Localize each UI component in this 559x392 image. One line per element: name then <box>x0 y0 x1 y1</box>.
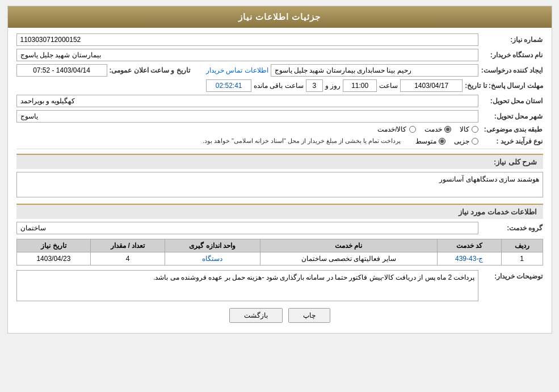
pt-medium-label: متوسط <box>415 137 436 145</box>
cat-goods-item: کالا <box>460 125 478 133</box>
service-group-row: گروه خدمت: ساختمان <box>16 222 543 234</box>
buyer-notes-label: توضیحات خریدار: <box>481 272 543 280</box>
category-label: طبقه بندی موضوعی: <box>481 125 543 133</box>
cell-service-name: سایر فعالیتهای تخصصی ساختمان <box>260 252 437 265</box>
back-button[interactable]: بازگشت <box>229 308 283 323</box>
delivery-province-value: کهگیلویه و بویراحمد <box>16 95 478 107</box>
buyer-org-row: نام دستگاه خریدار: بیمارستان شهید جلیل ی… <box>16 49 543 61</box>
creator-contact-link[interactable]: اطلاعات تماس خریدار <box>206 66 268 74</box>
table-row: 1 ج-43-439 سایر فعالیتهای تخصصی ساختمان … <box>16 252 543 265</box>
delivery-province-row: استان محل تحویل: کهگیلویه و بویراحمد <box>16 95 543 107</box>
cat-goods-label: کالا <box>460 125 469 133</box>
col-deadline: تاریخ نیاز <box>16 239 91 252</box>
buyer-org-value: بیمارستان شهید جلیل یاسوج <box>16 49 478 61</box>
service-group-value: ساختمان <box>16 222 478 234</box>
content-area: شماره نیاز: 1103030712000152 نام دستگاه … <box>8 28 552 333</box>
buyer-notes-textarea[interactable] <box>16 270 478 301</box>
pt-partial-radio[interactable] <box>472 138 478 145</box>
category-row: طبقه بندی موضوعی: کالا خدمت کالا/خدمت <box>16 125 543 133</box>
services-section-heading: اطلاعات خدمات مورد نیاز <box>16 204 543 219</box>
delivery-city-label: شهر محل تحویل: <box>481 112 543 120</box>
cell-quantity: 4 <box>91 252 165 265</box>
cell-row-num: 1 <box>501 252 543 265</box>
announce-date-value: 1403/04/14 - 07:52 <box>16 64 107 77</box>
response-days-value: 3 <box>306 79 323 92</box>
category-radio-group: کالا خدمت کالا/خدمت <box>377 125 478 133</box>
creator-label: ایجاد کننده درخواست: <box>481 66 543 74</box>
response-remaining-value: 02:52:41 <box>206 79 251 92</box>
response-time-label: ساعت <box>379 82 398 90</box>
cat-goods-service-label: کالا/خدمت <box>377 125 406 133</box>
pt-partial-item: جزیی <box>454 137 478 145</box>
general-description-section-heading: شرح کلی نیاز: <box>16 154 543 169</box>
cat-service-label: خدمت <box>424 125 442 133</box>
col-unit: واحد اندازه گیری <box>165 239 260 252</box>
cell-service-code: ج-43-439 <box>437 252 501 265</box>
buyer-org-label: نام دستگاه خریدار: <box>481 51 543 59</box>
creator-announce-row: ایجاد کننده درخواست: رحیم بینا حسابداری … <box>16 64 543 77</box>
purchase-type-label: نوع فرآیند خرید : <box>481 137 543 145</box>
pt-medium-item: متوسط <box>415 137 445 145</box>
main-container: جزئیات اطلاعات نیاز شماره نیاز: 11030307… <box>7 6 552 334</box>
announce-date-label: تاریخ و ساعت اعلان عمومی: <box>110 66 190 74</box>
cat-service-radio[interactable] <box>444 126 451 133</box>
creator-value: رحیم بینا حسابداری بیمارستان شهید جلیل ی… <box>271 64 478 77</box>
col-service-code: کد خدمت <box>437 239 501 252</box>
purchase-type-row: نوع فرآیند خرید : جزیی متوسط پرداخت تمام… <box>16 136 543 146</box>
print-button[interactable]: چاپ <box>288 308 330 323</box>
reference-number-label: شماره نیاز: <box>481 36 543 44</box>
cat-goods-service-item: کالا/خدمت <box>377 125 415 133</box>
response-deadline-label: مهلت ارسال پاسخ: تا تاریخ: <box>465 82 543 90</box>
col-quantity: تعداد / مقدار <box>91 239 165 252</box>
purchase-type-radio-group: جزیی متوسط پرداخت تمام یا بخشی از مبلغ خ… <box>203 136 478 146</box>
page-title: جزئیات اطلاعات نیاز <box>238 12 321 22</box>
pt-partial-label: جزیی <box>454 137 469 145</box>
response-date-value: 1403/04/17 <box>400 79 463 92</box>
reference-number-row: شماره نیاز: 1103030712000152 <box>16 33 543 46</box>
separator-1 <box>16 149 543 149</box>
response-deadline-row: مهلت ارسال پاسخ: تا تاریخ: 1403/04/17 سا… <box>16 79 543 92</box>
buyer-notes-row: توضیحات خریدار: <box>16 270 543 301</box>
cat-service-item: خدمت <box>424 125 451 133</box>
col-service-name: نام خدمت <box>260 239 437 252</box>
col-row-num: ردیف <box>501 239 543 252</box>
cell-deadline: 1403/04/23 <box>16 252 91 265</box>
response-time-value: 11:00 <box>343 79 377 92</box>
service-group-label: گروه خدمت: <box>481 224 543 232</box>
reference-number-value: 1103030712000152 <box>16 33 478 46</box>
pt-note: پرداخت تمام یا بخشی از مبلغ خریدار از مح… <box>203 136 401 146</box>
cat-goods-service-radio[interactable] <box>409 126 416 133</box>
delivery-city-value: یاسوج <box>16 110 478 123</box>
response-remaining-label: ساعت باقی مانده <box>254 82 304 90</box>
response-days-label: روز و <box>325 82 341 90</box>
pt-medium-radio[interactable] <box>439 138 445 145</box>
services-table: ردیف کد خدمت نام خدمت واحد اندازه گیری ت… <box>16 239 543 265</box>
cat-goods-radio[interactable] <box>472 126 478 133</box>
page-header: جزئیات اطلاعات نیاز <box>8 6 552 28</box>
delivery-province-label: استان محل تحویل: <box>481 97 543 105</box>
delivery-city-row: شهر محل تحویل: یاسوج <box>16 110 543 123</box>
general-description-textarea[interactable]: هوشمند سازی دستگاههای آسانسور <box>16 172 543 197</box>
button-row: چاپ بازگشت <box>16 308 543 323</box>
cell-unit: دستگاه <box>165 252 260 265</box>
